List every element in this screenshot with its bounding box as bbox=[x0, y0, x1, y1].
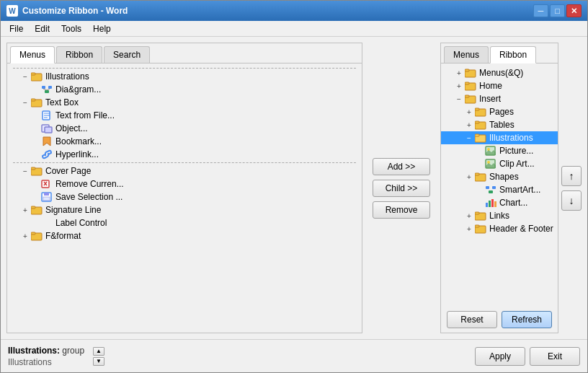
tree-item-textbox[interactable]: − Text Box bbox=[7, 96, 362, 109]
item-label: Signature Line bbox=[45, 205, 101, 215]
tree-item-fformat[interactable]: + F&format bbox=[7, 229, 362, 242]
svg-line-6 bbox=[47, 89, 50, 90]
object-icon bbox=[40, 123, 53, 134]
folder-icon bbox=[464, 67, 477, 79]
tree-item-pages[interactable]: + Pages bbox=[441, 105, 558, 118]
tree-item-tables[interactable]: + Tables bbox=[441, 118, 558, 131]
tree-item-diagram[interactable]: Dia&gram... bbox=[7, 83, 362, 96]
tree-item-chart[interactable]: Chart... bbox=[441, 196, 558, 209]
tree-item-headerfooter[interactable]: + Header & Footer bbox=[441, 222, 558, 235]
item-label: Save Selection ... bbox=[55, 192, 122, 202]
tree-item-textfromfile[interactable]: Text from File... bbox=[7, 109, 362, 122]
expander: − bbox=[464, 134, 474, 142]
folder-icon bbox=[30, 230, 43, 242]
item-label: SmartArt... bbox=[499, 185, 540, 195]
item-label: Shapes bbox=[489, 172, 519, 182]
exit-button[interactable]: Exit bbox=[530, 347, 580, 366]
left-tab-bar: Menus Ribbon Search bbox=[7, 43, 362, 63]
tree-item-coverpage[interactable]: − Cover Page bbox=[7, 164, 362, 177]
item-label: Clip Art... bbox=[499, 159, 535, 169]
svg-rect-22 bbox=[44, 193, 49, 196]
tab-menus-right[interactable]: Menus bbox=[444, 46, 489, 63]
close-button[interactable]: ✕ bbox=[566, 4, 582, 17]
menu-file[interactable]: File bbox=[4, 22, 29, 35]
tree-item-removecurrent[interactable]: Remove Curren... bbox=[7, 177, 362, 190]
maximize-button[interactable]: □ bbox=[550, 4, 565, 17]
item-label: Chart... bbox=[499, 198, 527, 208]
menu-edit[interactable]: Edit bbox=[29, 22, 55, 35]
folder-icon bbox=[474, 223, 487, 234]
folder-icon bbox=[464, 80, 477, 92]
tree-item-clipart[interactable]: Clip Art... bbox=[441, 157, 558, 170]
apply-button[interactable]: Apply bbox=[475, 347, 525, 366]
expander: + bbox=[464, 173, 474, 181]
app-icon: W bbox=[6, 5, 18, 17]
tree-item-illustrations[interactable]: − Illustrations bbox=[7, 70, 362, 83]
diagram-icon bbox=[40, 84, 53, 95]
folder-icon bbox=[30, 97, 43, 108]
folder-icon bbox=[474, 119, 487, 131]
tree-item-links[interactable]: + Links bbox=[441, 209, 558, 222]
svg-rect-54 bbox=[475, 212, 479, 214]
right-tree[interactable]: + Menus(&Q) + bbox=[441, 63, 558, 307]
folder-icon bbox=[474, 171, 487, 183]
save-icon bbox=[40, 191, 53, 203]
menu-help[interactable]: Help bbox=[87, 22, 117, 35]
text-icon bbox=[40, 110, 53, 121]
scroll-up-small[interactable]: ▲ bbox=[93, 347, 104, 356]
tree-item-signatureline[interactable]: + Signature Line bbox=[7, 203, 362, 216]
refresh-button[interactable]: Refresh bbox=[502, 311, 552, 328]
item-label: Menus(&Q) bbox=[479, 68, 523, 78]
expand-textbox: − bbox=[20, 99, 30, 107]
menu-tools[interactable]: Tools bbox=[55, 22, 87, 35]
tree-item-illustrations-right[interactable]: − Illustrations bbox=[441, 131, 558, 144]
scroll-down-small[interactable]: ▼ bbox=[93, 357, 104, 366]
tree-item-home[interactable]: + Home bbox=[441, 79, 558, 92]
svg-rect-35 bbox=[475, 108, 479, 110]
tree-item-smartart[interactable]: SmartArt... bbox=[441, 183, 558, 196]
tree-item-insert[interactable]: − Insert bbox=[441, 92, 558, 105]
separator-2 bbox=[13, 162, 356, 163]
move-down-button[interactable]: ↓ bbox=[561, 190, 582, 211]
arrow-buttons: ↑ ↓ bbox=[561, 43, 582, 333]
tab-menus-left[interactable]: Menus bbox=[10, 46, 55, 63]
tree-item-shapes[interactable]: + Shapes bbox=[441, 170, 558, 183]
tree-item-picture[interactable]: Picture... bbox=[441, 144, 558, 157]
item-label: Bookmark... bbox=[55, 136, 102, 146]
tab-ribbon-left[interactable]: Ribbon bbox=[56, 46, 102, 63]
child-button[interactable]: Child >> bbox=[373, 180, 430, 197]
tree-item-object[interactable]: Object... bbox=[7, 122, 362, 135]
status-label: Illustrations: bbox=[8, 346, 60, 356]
tab-search-left[interactable]: Search bbox=[104, 46, 150, 63]
item-label: Header & Footer bbox=[489, 224, 553, 234]
minimize-button[interactable]: ─ bbox=[533, 4, 548, 17]
reset-button[interactable]: Reset bbox=[447, 311, 497, 328]
panels-row: Menus Ribbon Search − Illustrations bbox=[6, 43, 582, 333]
menu-bar: File Edit Tools Help bbox=[1, 21, 587, 37]
right-panel: Menus Ribbon + Menus(&Q) bbox=[440, 43, 558, 333]
move-up-button[interactable]: ↑ bbox=[561, 166, 582, 186]
tree-item-saveselection[interactable]: Save Selection ... bbox=[7, 190, 362, 203]
right-panel-buttons: Reset Refresh bbox=[441, 307, 558, 333]
add-button[interactable]: Add >> bbox=[373, 158, 430, 175]
main-content: Menus Ribbon Search − Illustrations bbox=[1, 37, 587, 339]
status-sub2: Illustrations bbox=[8, 357, 84, 367]
right-section: Menus Ribbon + Menus(&Q) bbox=[440, 43, 582, 333]
separator-1 bbox=[13, 68, 356, 69]
tree-item-hyperlink[interactable]: Hyperlink... bbox=[7, 148, 362, 161]
smartart-icon bbox=[484, 184, 497, 196]
status-bar: Illustrations: group Illustrations ▲ ▼ A… bbox=[1, 339, 587, 372]
left-tree[interactable]: − Illustrations Dia&gra bbox=[7, 63, 362, 333]
svg-rect-49 bbox=[486, 203, 488, 207]
folder-icon bbox=[464, 93, 477, 105]
remove-button[interactable]: Remove bbox=[373, 201, 430, 219]
tree-item-bookmark[interactable]: Bookmark... bbox=[7, 135, 362, 148]
picture-icon bbox=[484, 145, 497, 157]
tree-item-labelcontrol[interactable]: Label Control bbox=[7, 216, 362, 229]
expander: − bbox=[454, 95, 464, 103]
tree-item-menusq[interactable]: + Menus(&Q) bbox=[441, 66, 558, 79]
folder-icon bbox=[30, 71, 43, 82]
item-label: Illustrations bbox=[45, 71, 89, 82]
folder-icon bbox=[474, 132, 487, 144]
tab-ribbon-right[interactable]: Ribbon bbox=[490, 46, 536, 63]
